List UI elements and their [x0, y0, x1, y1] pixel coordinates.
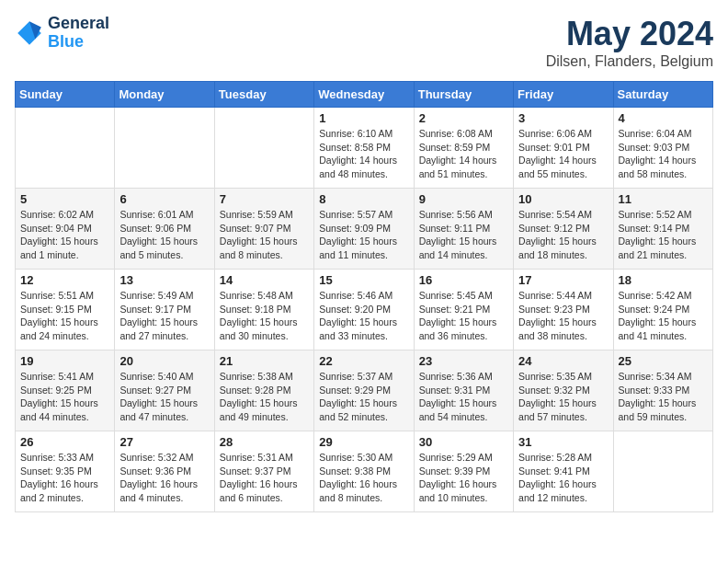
calendar-day-cell	[115, 108, 214, 189]
calendar-day-cell: 30Sunrise: 5:29 AM Sunset: 9:39 PM Dayli…	[414, 431, 513, 512]
calendar-day-cell: 28Sunrise: 5:31 AM Sunset: 9:37 PM Dayli…	[214, 431, 313, 512]
weekday-header: Saturday	[613, 82, 712, 108]
day-info: Sunrise: 5:45 AM Sunset: 9:21 PM Dayligh…	[419, 289, 508, 343]
day-number: 11	[619, 192, 708, 206]
day-info: Sunrise: 6:02 AM Sunset: 9:04 PM Dayligh…	[20, 208, 109, 262]
calendar-day-cell: 12Sunrise: 5:51 AM Sunset: 9:15 PM Dayli…	[16, 270, 115, 350]
day-number: 21	[220, 354, 309, 368]
calendar-table: SundayMondayTuesdayWednesdayThursdayFrid…	[15, 81, 713, 512]
calendar-week-row: 19Sunrise: 5:41 AM Sunset: 9:25 PM Dayli…	[16, 350, 713, 431]
calendar-day-cell: 8Sunrise: 5:57 AM Sunset: 9:09 PM Daylig…	[314, 189, 414, 270]
day-info: Sunrise: 5:42 AM Sunset: 9:24 PM Dayligh…	[619, 289, 708, 343]
calendar-day-cell: 3Sunrise: 6:06 AM Sunset: 9:01 PM Daylig…	[514, 108, 613, 189]
calendar-week-row: 26Sunrise: 5:33 AM Sunset: 9:35 PM Dayli…	[16, 431, 713, 512]
day-info: Sunrise: 5:51 AM Sunset: 9:15 PM Dayligh…	[20, 289, 109, 343]
calendar-day-cell: 13Sunrise: 5:49 AM Sunset: 9:17 PM Dayli…	[115, 270, 214, 350]
day-info: Sunrise: 6:01 AM Sunset: 9:06 PM Dayligh…	[119, 208, 209, 262]
calendar-day-cell: 14Sunrise: 5:48 AM Sunset: 9:18 PM Dayli…	[214, 270, 313, 350]
calendar-day-cell: 10Sunrise: 5:54 AM Sunset: 9:12 PM Dayli…	[514, 189, 613, 270]
day-info: Sunrise: 6:06 AM Sunset: 9:01 PM Dayligh…	[518, 127, 608, 181]
day-number: 17	[518, 273, 608, 287]
day-info: Sunrise: 5:48 AM Sunset: 9:18 PM Dayligh…	[220, 289, 309, 343]
weekday-header: Monday	[115, 82, 214, 108]
calendar-day-cell: 26Sunrise: 5:33 AM Sunset: 9:35 PM Dayli…	[16, 431, 115, 512]
calendar-day-cell: 7Sunrise: 5:59 AM Sunset: 9:07 PM Daylig…	[214, 189, 313, 270]
day-info: Sunrise: 5:44 AM Sunset: 9:23 PM Dayligh…	[518, 289, 608, 343]
calendar-week-row: 12Sunrise: 5:51 AM Sunset: 9:15 PM Dayli…	[16, 270, 713, 350]
calendar-day-cell: 22Sunrise: 5:37 AM Sunset: 9:29 PM Dayli…	[314, 350, 414, 431]
day-number: 9	[419, 192, 508, 206]
calendar-day-cell: 11Sunrise: 5:52 AM Sunset: 9:14 PM Dayli…	[613, 189, 712, 270]
calendar-header-row: SundayMondayTuesdayWednesdayThursdayFrid…	[16, 82, 713, 108]
day-info: Sunrise: 6:08 AM Sunset: 8:59 PM Dayligh…	[419, 127, 508, 181]
day-number: 27	[119, 435, 209, 449]
calendar-day-cell: 18Sunrise: 5:42 AM Sunset: 9:24 PM Dayli…	[613, 270, 712, 350]
calendar-day-cell: 6Sunrise: 6:01 AM Sunset: 9:06 PM Daylig…	[115, 189, 214, 270]
weekday-header: Sunday	[16, 82, 115, 108]
day-number: 3	[518, 111, 608, 125]
day-info: Sunrise: 5:57 AM Sunset: 9:09 PM Dayligh…	[319, 208, 408, 262]
calendar-day-cell: 15Sunrise: 5:46 AM Sunset: 9:20 PM Dayli…	[314, 270, 414, 350]
day-number: 10	[518, 192, 608, 206]
day-info: Sunrise: 5:41 AM Sunset: 9:25 PM Dayligh…	[20, 370, 109, 424]
day-info: Sunrise: 5:56 AM Sunset: 9:11 PM Dayligh…	[419, 208, 508, 262]
calendar-day-cell: 5Sunrise: 6:02 AM Sunset: 9:04 PM Daylig…	[16, 189, 115, 270]
calendar-day-cell	[613, 431, 712, 512]
calendar-day-cell: 24Sunrise: 5:35 AM Sunset: 9:32 PM Dayli…	[514, 350, 613, 431]
calendar-week-row: 1Sunrise: 6:10 AM Sunset: 8:58 PM Daylig…	[16, 108, 713, 189]
day-number: 24	[518, 354, 608, 368]
day-info: Sunrise: 6:10 AM Sunset: 8:58 PM Dayligh…	[319, 127, 408, 181]
day-number: 16	[419, 273, 508, 287]
day-number: 26	[20, 435, 109, 449]
day-info: Sunrise: 5:35 AM Sunset: 9:32 PM Dayligh…	[518, 370, 608, 424]
day-info: Sunrise: 5:29 AM Sunset: 9:39 PM Dayligh…	[419, 451, 508, 505]
day-number: 12	[20, 273, 109, 287]
logo-icon	[15, 18, 44, 48]
day-info: Sunrise: 5:59 AM Sunset: 9:07 PM Dayligh…	[220, 208, 309, 262]
calendar-day-cell: 23Sunrise: 5:36 AM Sunset: 9:31 PM Dayli…	[414, 350, 513, 431]
page-header: General Blue May 2024 Dilsen, Flanders, …	[15, 15, 713, 70]
day-number: 28	[220, 435, 309, 449]
calendar-day-cell: 4Sunrise: 6:04 AM Sunset: 9:03 PM Daylig…	[613, 108, 712, 189]
day-number: 6	[119, 192, 209, 206]
calendar-day-cell: 31Sunrise: 5:28 AM Sunset: 9:41 PM Dayli…	[514, 431, 613, 512]
day-number: 5	[20, 192, 109, 206]
day-number: 19	[20, 354, 109, 368]
calendar-day-cell: 20Sunrise: 5:40 AM Sunset: 9:27 PM Dayli…	[115, 350, 214, 431]
day-number: 29	[319, 435, 408, 449]
calendar-day-cell: 9Sunrise: 5:56 AM Sunset: 9:11 PM Daylig…	[414, 189, 513, 270]
calendar-day-cell: 19Sunrise: 5:41 AM Sunset: 9:25 PM Dayli…	[16, 350, 115, 431]
day-number: 23	[419, 354, 508, 368]
day-number: 31	[518, 435, 608, 449]
day-number: 8	[319, 192, 408, 206]
day-info: Sunrise: 5:33 AM Sunset: 9:35 PM Dayligh…	[20, 451, 109, 505]
day-info: Sunrise: 5:49 AM Sunset: 9:17 PM Dayligh…	[119, 289, 209, 343]
logo-text: General Blue	[48, 15, 109, 52]
calendar-day-cell: 2Sunrise: 6:08 AM Sunset: 8:59 PM Daylig…	[414, 108, 513, 189]
day-number: 1	[319, 111, 408, 125]
day-info: Sunrise: 5:52 AM Sunset: 9:14 PM Dayligh…	[619, 208, 708, 262]
day-info: Sunrise: 5:37 AM Sunset: 9:29 PM Dayligh…	[319, 370, 408, 424]
calendar-day-cell: 1Sunrise: 6:10 AM Sunset: 8:58 PM Daylig…	[314, 108, 414, 189]
day-number: 7	[220, 192, 309, 206]
calendar-day-cell	[16, 108, 115, 189]
page-subtitle: Dilsen, Flanders, Belgium	[546, 53, 713, 70]
day-number: 13	[119, 273, 209, 287]
weekday-header: Thursday	[414, 82, 513, 108]
day-number: 18	[619, 273, 708, 287]
day-info: Sunrise: 5:36 AM Sunset: 9:31 PM Dayligh…	[419, 370, 508, 424]
weekday-header: Friday	[514, 82, 613, 108]
day-info: Sunrise: 6:04 AM Sunset: 9:03 PM Dayligh…	[619, 127, 708, 181]
calendar-day-cell: 27Sunrise: 5:32 AM Sunset: 9:36 PM Dayli…	[115, 431, 214, 512]
weekday-header: Tuesday	[214, 82, 313, 108]
calendar-day-cell: 29Sunrise: 5:30 AM Sunset: 9:38 PM Dayli…	[314, 431, 414, 512]
calendar-week-row: 5Sunrise: 6:02 AM Sunset: 9:04 PM Daylig…	[16, 189, 713, 270]
day-number: 22	[319, 354, 408, 368]
logo: General Blue	[15, 15, 109, 52]
calendar-day-cell: 16Sunrise: 5:45 AM Sunset: 9:21 PM Dayli…	[414, 270, 513, 350]
day-info: Sunrise: 5:46 AM Sunset: 9:20 PM Dayligh…	[319, 289, 408, 343]
calendar-day-cell: 25Sunrise: 5:34 AM Sunset: 9:33 PM Dayli…	[613, 350, 712, 431]
calendar-day-cell	[214, 108, 313, 189]
day-info: Sunrise: 5:31 AM Sunset: 9:37 PM Dayligh…	[220, 451, 309, 505]
day-number: 2	[419, 111, 508, 125]
